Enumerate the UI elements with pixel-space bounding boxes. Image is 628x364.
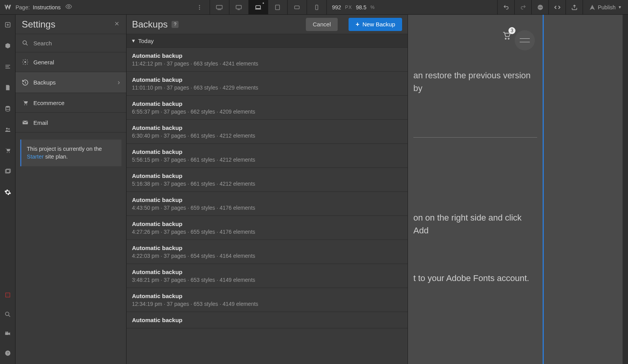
webflow-logo[interactable]: [0, 3, 16, 12]
right-scrollbar[interactable]: [623, 15, 628, 364]
backup-row-title: Automatic backup: [132, 293, 402, 299]
svg-point-0: [68, 5, 70, 7]
canvas[interactable]: 3 an restore the previous version by on …: [408, 15, 628, 364]
comments-icon[interactable]: [531, 0, 548, 14]
cart-count: 3: [508, 27, 515, 34]
backup-row[interactable]: Automatic backup3:48:21 pm · 37 pages · …: [127, 264, 408, 288]
breakpoint-phone[interactable]: [307, 0, 326, 14]
ecommerce-icon[interactable]: [0, 144, 16, 157]
svg-point-30: [24, 104, 25, 105]
backup-row[interactable]: Automatic backup: [127, 312, 408, 328]
preview-toggle-icon[interactable]: [65, 3, 72, 12]
settings-item-email[interactable]: Email: [16, 113, 126, 133]
svg-point-29: [24, 61, 26, 63]
cancel-button[interactable]: Cancel: [306, 18, 338, 31]
breakpoint-info[interactable]: 992 PX 98.5 %: [327, 4, 380, 10]
backup-row-meta: 4:27:26 pm · 37 pages · 655 styles · 417…: [132, 229, 402, 235]
svg-point-28: [23, 41, 26, 44]
caret-down-icon: ▾: [132, 37, 135, 44]
navigator-icon[interactable]: [0, 60, 16, 73]
plan-text-prefix: This project is currently on the: [27, 146, 102, 152]
backup-row[interactable]: Automatic backup11:01:10 pm · 37 pages ·…: [127, 72, 408, 96]
backup-row-title: Automatic backup: [132, 269, 402, 275]
svg-point-25: [7, 331, 8, 333]
backup-row-meta: 6:55:37 pm · 37 pages · 662 styles · 420…: [132, 109, 402, 115]
backup-row[interactable]: Automatic backup4:43:50 pm · 37 pages · …: [127, 192, 408, 216]
breakpoint-xl-desktop[interactable]: [210, 0, 229, 14]
cms-icon[interactable]: [0, 102, 16, 115]
settings-search[interactable]: Search: [16, 34, 126, 52]
canvas-text1: an restore the previous version by: [413, 69, 537, 95]
canvas-width-value: 992: [332, 4, 341, 10]
zoom-value: 98.5: [356, 4, 366, 10]
backup-row[interactable]: Automatic backup6:30:40 pm · 37 pages · …: [127, 120, 408, 144]
breakpoint-phone-landscape[interactable]: [288, 0, 307, 14]
backup-group-header[interactable]: ▾ Today: [127, 34, 408, 48]
new-backup-button[interactable]: + New Backup: [349, 18, 402, 31]
video-icon[interactable]: [0, 328, 16, 340]
backup-row[interactable]: Automatic backup6:55:37 pm · 37 pages · …: [127, 96, 408, 120]
backup-row[interactable]: Automatic backup12:34:19 pm · 37 pages ·…: [127, 288, 408, 312]
plus-icon: +: [356, 21, 359, 28]
hamburger-menu-icon[interactable]: [515, 30, 535, 50]
svg-rect-8: [295, 6, 299, 9]
cart-icon[interactable]: 3: [501, 30, 512, 43]
plan-text-suffix: site plan.: [45, 154, 68, 160]
breakpoint-desktop[interactable]: [229, 0, 249, 14]
backup-row-meta: 12:34:19 pm · 37 pages · 653 styles · 41…: [132, 301, 402, 307]
backup-row[interactable]: Automatic backup5:56:15 pm · 37 pages · …: [127, 144, 408, 168]
backups-panel: Backups ? Cancel + New Backup ▾ Today Au…: [127, 15, 408, 364]
canvas-divider: [413, 137, 537, 138]
components-icon[interactable]: [0, 40, 16, 52]
svg-point-16: [6, 128, 8, 130]
add-elements-icon[interactable]: [0, 19, 16, 31]
search-icon[interactable]: [0, 308, 16, 321]
pages-icon[interactable]: [0, 81, 16, 94]
settings-item-backups[interactable]: Backups ›: [16, 72, 126, 93]
topbar: Page: Instructions ✦: [0, 0, 628, 15]
breakpoint-tablet[interactable]: [268, 0, 288, 14]
svg-rect-6: [256, 5, 260, 9]
publish-button[interactable]: Publish ▼: [583, 0, 628, 14]
users-icon[interactable]: [0, 123, 16, 136]
page-selector[interactable]: Page: Instructions: [16, 4, 61, 10]
chevron-right-icon: ›: [118, 78, 120, 86]
settings-title: Settings: [22, 19, 56, 30]
svg-point-17: [8, 128, 10, 130]
chevron-down-icon: ▼: [618, 5, 622, 9]
backup-row-title: Automatic backup: [132, 100, 402, 107]
backup-list[interactable]: Automatic backup11:42:12 pm · 37 pages ·…: [127, 48, 408, 364]
plan-link[interactable]: Starter: [27, 154, 44, 160]
settings-item-label: Backups: [33, 79, 56, 86]
page-label: Page:: [16, 4, 30, 10]
breakpoint-laptop[interactable]: ✦: [249, 0, 268, 14]
audit-icon[interactable]: [0, 289, 16, 301]
svg-rect-4: [217, 5, 222, 9]
backup-row[interactable]: Automatic backup4:22:03 pm · 37 pages · …: [127, 240, 408, 264]
settings-item-general[interactable]: General: [16, 52, 126, 72]
code-icon[interactable]: [548, 0, 566, 14]
backup-row[interactable]: Automatic backup5:16:38 pm · 37 pages · …: [127, 168, 408, 192]
svg-rect-32: [23, 121, 28, 124]
backup-row-title: Automatic backup: [132, 317, 402, 323]
redo-button[interactable]: [514, 0, 531, 14]
settings-icon[interactable]: [0, 186, 16, 198]
svg-point-1: [199, 5, 200, 6]
backup-row[interactable]: Automatic backup11:42:12 pm · 37 pages ·…: [127, 48, 408, 72]
backup-row-meta: 3:48:21 pm · 37 pages · 653 styles · 414…: [132, 277, 402, 283]
backup-row[interactable]: Automatic backup4:27:26 pm · 37 pages · …: [127, 216, 408, 240]
canvas-page[interactable]: 3 an restore the previous version by on …: [408, 15, 544, 364]
export-icon[interactable]: [566, 0, 583, 14]
page-name: Instructions: [33, 4, 61, 10]
plan-notice: This project is currently on the Starter…: [20, 140, 121, 166]
backup-row-title: Automatic backup: [132, 197, 402, 203]
help-badge[interactable]: ?: [172, 21, 179, 28]
assets-icon[interactable]: [0, 165, 16, 178]
add-breakpoint-menu[interactable]: [189, 0, 210, 14]
help-icon[interactable]: ?: [0, 347, 16, 359]
svg-rect-5: [236, 5, 241, 9]
close-icon[interactable]: [114, 21, 120, 28]
settings-item-ecommerce[interactable]: Ecommerce: [16, 93, 126, 113]
settings-item-label: Ecommerce: [33, 100, 64, 106]
undo-button[interactable]: [497, 0, 514, 14]
